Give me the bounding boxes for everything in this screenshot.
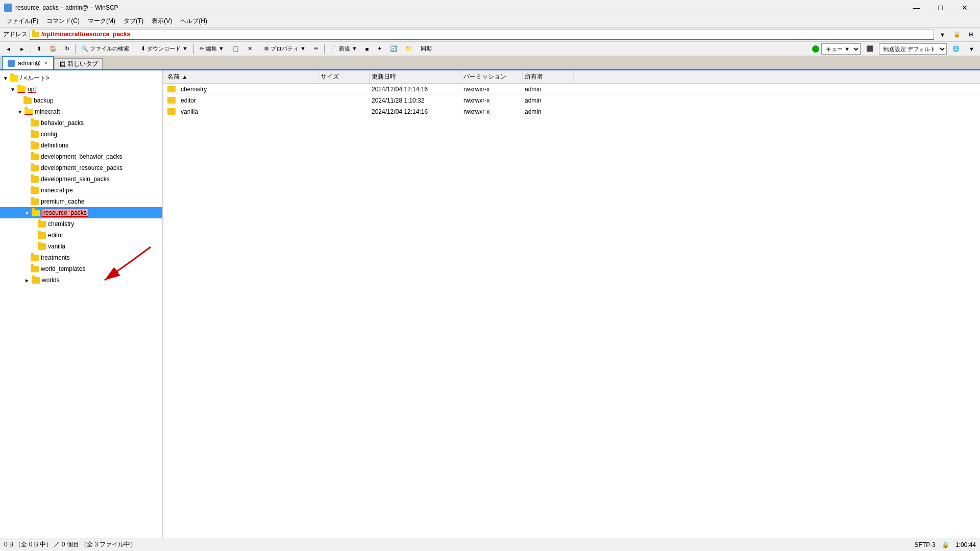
minimize-button[interactable]: —	[905, 2, 928, 14]
sync-button[interactable]: 同期	[417, 43, 435, 55]
edit-button[interactable]: ✏ 編集 ▼	[196, 43, 228, 55]
file-date-chemistry: 2024/12/04 12:14:16	[370, 86, 461, 93]
expand-opt[interactable]: ▼	[9, 86, 16, 93]
folder-icon-def	[31, 142, 39, 149]
address-folder-icon	[32, 32, 39, 37]
title-bar-text: resource_packs – admin@ – WinSCP	[15, 4, 118, 11]
address-lock-btn[interactable]: 🔒	[950, 29, 964, 40]
properties-button[interactable]: ⚙ プロパティ ▼	[260, 43, 309, 55]
file-perm-editor: rwxrwxr-x	[461, 97, 523, 104]
tree-label-wt: world_templates	[41, 265, 85, 272]
search-button[interactable]: 🔍 ファイルの検索	[78, 43, 133, 55]
tree-item-world-templates[interactable]: world_templates	[0, 263, 162, 274]
queue-icon[interactable]: ⬛	[863, 43, 877, 55]
file-owner-editor: admin	[523, 97, 574, 104]
tree-item-worlds[interactable]: ► worlds	[0, 274, 162, 286]
file-row-chemistry[interactable]: chemistry 2024/12/04 12:14:16 rwxrwxr-x …	[163, 84, 980, 95]
tree-item-backup[interactable]: backup	[0, 95, 162, 106]
new-tab-icon: 🖼	[59, 61, 65, 68]
address-dropdown-btn[interactable]: ▼	[936, 29, 949, 40]
tree-item-premium[interactable]: premium_cache	[0, 196, 162, 207]
tree-item-root[interactable]: ▼ / <ルート>	[0, 72, 162, 84]
tree-item-opt[interactable]: ▼ opt	[0, 84, 162, 95]
new-icon3[interactable]: 🔄	[386, 43, 401, 55]
tree-item-chemistry[interactable]: chemistry	[0, 218, 162, 230]
tab-close-btn[interactable]: ✕	[44, 60, 48, 66]
file-row-vanilla[interactable]: vanilla 2024/12/04 12:14:16 rwxrwxr-x ad…	[163, 106, 980, 117]
address-path[interactable]: /opt/minecraft/resource_packs	[30, 30, 934, 40]
new-icon2[interactable]: ✦	[374, 43, 385, 55]
lock-icon: 🔒	[942, 541, 949, 548]
col-header-name[interactable]: 名前 ▲	[165, 70, 318, 83]
file-name-editor: editor	[165, 97, 318, 104]
queue-dropdown[interactable]: キュー ▼	[821, 43, 861, 55]
transfer-dropdown[interactable]: 転送設定 デフォルト	[879, 43, 947, 55]
tree-item-behavior-packs[interactable]: behavior_packs	[0, 117, 162, 129]
tree-item-editor[interactable]: editor	[0, 230, 162, 241]
menu-tab[interactable]: タブ(T)	[119, 16, 148, 27]
toolbar-sep-4	[193, 44, 194, 54]
menu-mark[interactable]: マーク(M)	[84, 16, 119, 27]
folder-icon-rp	[32, 210, 40, 216]
browser-btn[interactable]: 🌐	[949, 43, 963, 55]
tree-item-vanilla[interactable]: vanilla	[0, 241, 162, 252]
col-header-date[interactable]: 更新日時	[370, 70, 461, 83]
address-path-text: /opt/minecraft/resource_packs	[41, 31, 130, 38]
maximize-button[interactable]: □	[929, 2, 952, 14]
home-button[interactable]: 🏠	[46, 43, 60, 55]
toolbar-sep-3	[135, 44, 135, 54]
copy-button[interactable]: 📋	[229, 43, 243, 55]
folder-icon-premium	[31, 198, 39, 205]
tree-label-worlds: worlds	[42, 277, 60, 284]
expand-root[interactable]: ▼	[2, 74, 9, 82]
pencil-button[interactable]: ✏	[310, 43, 322, 55]
app-icon	[4, 4, 12, 12]
download-button[interactable]: ⬇ ダウンロード ▼	[137, 43, 191, 55]
col-header-size[interactable]: サイズ	[318, 70, 370, 83]
main-area: ▼ / <ルート> ▼ opt backup ▼ minecraft behav…	[0, 70, 980, 538]
browser-dropdown[interactable]: ▼	[965, 43, 978, 55]
folder-icon-mcpe	[31, 187, 39, 194]
menu-command[interactable]: コマンド(C)	[42, 16, 84, 27]
tab-admin[interactable]: admin@ ✕	[2, 56, 54, 69]
tree-item-treatments[interactable]: treatments	[0, 252, 162, 263]
col-header-perm[interactable]: パーミッション	[461, 70, 523, 83]
tree-item-mcpe[interactable]: minecraftpe	[0, 185, 162, 196]
tree-label-def: definitions	[41, 142, 68, 149]
tree-item-minecraft[interactable]: ▼ minecraft	[0, 106, 162, 117]
menu-bar: ファイル(F) コマンド(C) マーク(M) タブ(T) 表示(V) ヘルプ(H…	[0, 15, 980, 28]
file-icon-editor	[167, 97, 176, 104]
forward-button[interactable]: ►	[16, 43, 29, 55]
new-icon1[interactable]: ■	[362, 43, 373, 55]
tree-item-resource-packs[interactable]: ▼ resource_packs	[0, 207, 162, 218]
file-row-editor[interactable]: editor 2024/11/28 1:10:32 rwxrwxr-x admi…	[163, 95, 980, 106]
back-button[interactable]: ◄	[2, 43, 15, 55]
menu-view[interactable]: 表示(V)	[148, 16, 176, 27]
new-tab-button[interactable]: 🖼 新しいタブ	[55, 58, 103, 69]
expand-worlds[interactable]: ►	[23, 277, 31, 284]
tree-item-dev-rp[interactable]: development_resource_packs	[0, 162, 162, 173]
parent-button[interactable]: ⬆	[33, 43, 45, 55]
tree-item-dev-sp[interactable]: development_skin_packs	[0, 173, 162, 185]
delete-button[interactable]: ✕	[244, 43, 256, 55]
file-owner-chemistry: admin	[523, 86, 574, 93]
folder-icon-bp	[31, 120, 39, 127]
tree-label-premium: premium_cache	[41, 198, 84, 205]
tree-item-dev-bp[interactable]: development_behavior_packs	[0, 151, 162, 162]
col-header-owner[interactable]: 所有者	[523, 70, 574, 83]
tree-label-minecraft: minecraft	[35, 108, 60, 115]
close-button[interactable]: ✕	[953, 2, 976, 14]
new-icon4[interactable]: 📁	[402, 43, 416, 55]
refresh-button[interactable]: ↻	[61, 43, 73, 55]
tree-label-opt: opt	[28, 86, 36, 93]
address-split-btn[interactable]: ⊞	[965, 29, 977, 40]
tree-label-dev-bp: development_behavior_packs	[41, 153, 122, 160]
tree-item-definitions[interactable]: definitions	[0, 140, 162, 151]
expand-minecraft[interactable]: ▼	[16, 108, 23, 115]
menu-help[interactable]: ヘルプ(H)	[176, 16, 211, 27]
tree-item-config[interactable]: config	[0, 129, 162, 140]
menu-file[interactable]: ファイル(F)	[2, 16, 42, 27]
expand-rp[interactable]: ▼	[23, 209, 31, 216]
file-name-vanilla: vanilla	[165, 108, 318, 115]
new-button[interactable]: 📄 新規 ▼	[327, 43, 361, 55]
